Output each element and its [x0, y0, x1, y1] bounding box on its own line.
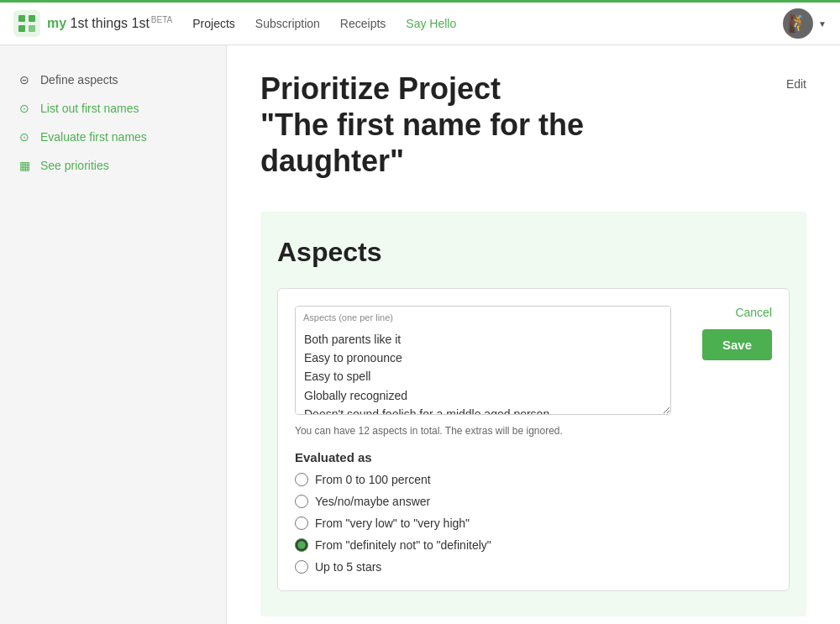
radio-item-definitely-not-definitely[interactable]: From "definitely not" to "definitely"	[295, 538, 671, 552]
hint-text: You can have 12 aspects in total. The ex…	[295, 425, 671, 437]
radio-item-0 to 100[interactable]: From 0 to 100 percent	[295, 473, 671, 486]
cancel-button[interactable]: Cancel	[735, 306, 772, 319]
radio-label: From "definitely not" to "definitely"	[315, 538, 491, 552]
sidebar-item-label: List out first names	[40, 102, 139, 115]
list-first-names-icon: ⊙	[17, 101, 32, 116]
radio-label: From "very low" to "very high"	[315, 517, 470, 530]
radio-very-low-high[interactable]	[295, 517, 308, 530]
textarea-label: Aspects (one per line)	[303, 312, 393, 322]
radio-item-very-low-high[interactable]: From "very low" to "very high"	[295, 517, 671, 530]
evaluate-first-names-icon: ⊙	[17, 129, 32, 144]
aspects-heading: Aspects	[277, 237, 790, 268]
svg-rect-1	[18, 15, 25, 22]
title-row: Prioritize Project "The first name for t…	[260, 71, 806, 186]
sidebar-item-define-aspects[interactable]: ⊝ Define aspects	[0, 66, 226, 94]
sidebar-item-label: See priorities	[40, 159, 109, 172]
radio-item-yes-no-maybe[interactable]: Yes/no/maybe answer	[295, 495, 671, 508]
radio-group: From 0 to 100 percent Yes/no/maybe answe…	[295, 473, 671, 574]
topnav: my 1st things 1stBETA Projects Subscript…	[0, 0, 840, 45]
save-button[interactable]: Save	[702, 329, 772, 360]
textarea-wrapper: Aspects (one per line) Both parents like…	[295, 306, 671, 418]
sidebar: ⊝ Define aspects ⊙ List out first names …	[0, 45, 227, 624]
aspects-card: Aspects (one per line) Both parents like…	[277, 288, 790, 591]
radio-label: Up to 5 stars	[315, 560, 381, 574]
sidebar-item-see-priorities[interactable]: ▦ See priorities	[0, 151, 226, 180]
edit-link[interactable]: Edit	[786, 77, 806, 91]
nav-receipts[interactable]: Receipts	[340, 17, 386, 30]
card-right: Cancel Save	[688, 306, 772, 574]
radio-label: From 0 to 100 percent	[315, 473, 431, 486]
avatar: 🧗	[783, 8, 813, 39]
project-title: Prioritize Project "The first name for t…	[260, 71, 584, 180]
layout: ⊝ Define aspects ⊙ List out first names …	[0, 45, 840, 624]
sidebar-item-list-first-names[interactable]: ⊙ List out first names	[0, 94, 226, 123]
radio-definitely-not-definitely[interactable]	[295, 538, 308, 552]
radio-up-to-5-stars[interactable]	[295, 560, 308, 574]
radio-yes-no-maybe[interactable]	[295, 495, 308, 508]
logo-text: my 1st things 1stBETA	[47, 15, 172, 31]
sidebar-item-label: Evaluate first names	[40, 130, 147, 144]
radio-item-up-to-5-stars[interactable]: Up to 5 stars	[295, 560, 671, 574]
nav-sayhello[interactable]: Say Hello	[406, 17, 456, 30]
radio-label: Yes/no/maybe answer	[315, 495, 430, 508]
nav-links: Projects Subscription Receipts Say Hello	[192, 17, 783, 30]
svg-rect-3	[18, 25, 25, 32]
svg-rect-0	[13, 10, 40, 37]
aspects-section: Aspects Aspects (one per line) Both pare…	[260, 212, 806, 616]
chevron-down-icon: ▼	[818, 19, 827, 29]
avatar-button[interactable]: 🧗 ▼	[783, 8, 827, 39]
nav-projects[interactable]: Projects	[192, 17, 235, 30]
svg-rect-2	[29, 15, 35, 22]
sidebar-item-label: Define aspects	[40, 73, 118, 87]
nav-subscription[interactable]: Subscription	[255, 17, 320, 30]
card-left: Aspects (one per line) Both parents like…	[295, 306, 671, 574]
define-aspects-icon: ⊝	[17, 72, 32, 87]
sidebar-item-evaluate-first-names[interactable]: ⊙ Evaluate first names	[0, 123, 226, 151]
svg-rect-4	[29, 25, 35, 32]
radio-0-to-100[interactable]	[295, 473, 308, 486]
main-content: Prioritize Project "The first name for t…	[227, 45, 840, 624]
evaluated-as-label: Evaluated as	[295, 450, 671, 464]
see-priorities-icon: ▦	[17, 158, 32, 173]
logo-area[interactable]: my 1st things 1stBETA	[13, 10, 172, 37]
logo-icon	[13, 10, 40, 37]
